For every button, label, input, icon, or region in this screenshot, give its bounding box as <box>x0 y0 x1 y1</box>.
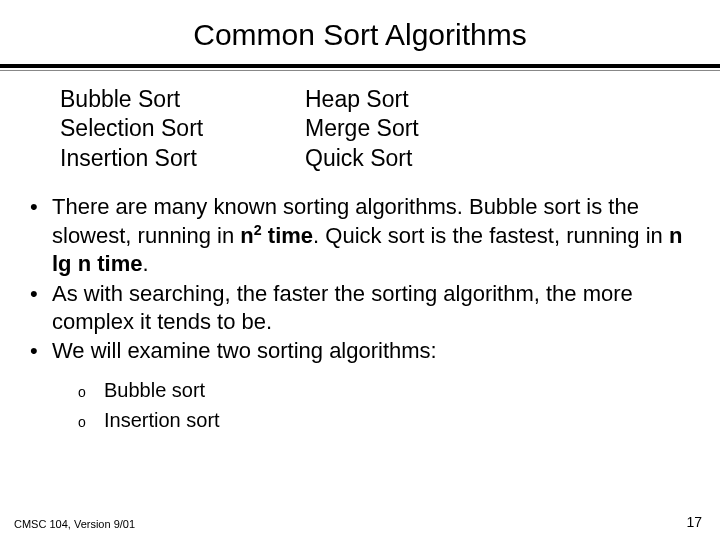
bullet-text: We will examine two sorting algorithms: <box>52 337 690 365</box>
n-bold: n <box>240 223 253 248</box>
bullet-text: There are many known sorting algorithms.… <box>52 193 690 277</box>
slide-title: Common Sort Algorithms <box>0 0 720 64</box>
bullet-item: • As with searching, the faster the sort… <box>30 280 690 335</box>
sub-marker: o <box>78 382 104 403</box>
bullet-list: • There are many known sorting algorithm… <box>0 173 720 365</box>
superscript-2: 2 <box>254 222 262 238</box>
bullet-text: As with searching, the faster the sortin… <box>52 280 690 335</box>
sub-text: Bubble sort <box>104 375 205 405</box>
sub-bullet-item: o Bubble sort <box>78 375 720 405</box>
sub-bullet-item: o Insertion sort <box>78 405 720 435</box>
algo-item: Heap Sort <box>305 85 720 114</box>
sub-text: Insertion sort <box>104 405 220 435</box>
algo-item: Selection Sort <box>60 114 305 143</box>
sub-marker: o <box>78 412 104 433</box>
text-fragment: . <box>142 251 148 276</box>
bullet-marker: • <box>30 337 52 365</box>
sub-bullet-list: o Bubble sort o Insertion sort <box>0 367 720 435</box>
algo-item: Quick Sort <box>305 144 720 173</box>
bullet-marker: • <box>30 193 52 277</box>
left-column: Bubble Sort Selection Sort Insertion Sor… <box>60 85 305 173</box>
algo-item: Bubble Sort <box>60 85 305 114</box>
bullet-item: • There are many known sorting algorithm… <box>30 193 690 277</box>
footer-course: CMSC 104, Version 9/01 <box>14 518 135 530</box>
algorithm-columns: Bubble Sort Selection Sort Insertion Sor… <box>0 71 720 173</box>
page-number: 17 <box>686 514 702 530</box>
time-bold: time <box>262 223 313 248</box>
bullet-marker: • <box>30 280 52 335</box>
bullet-item: • We will examine two sorting algorithms… <box>30 337 690 365</box>
divider-thick <box>0 64 720 68</box>
right-column: Heap Sort Merge Sort Quick Sort <box>305 85 720 173</box>
algo-item: Insertion Sort <box>60 144 305 173</box>
algo-item: Merge Sort <box>305 114 720 143</box>
text-fragment: . Quick sort is the fastest, running in <box>313 223 669 248</box>
